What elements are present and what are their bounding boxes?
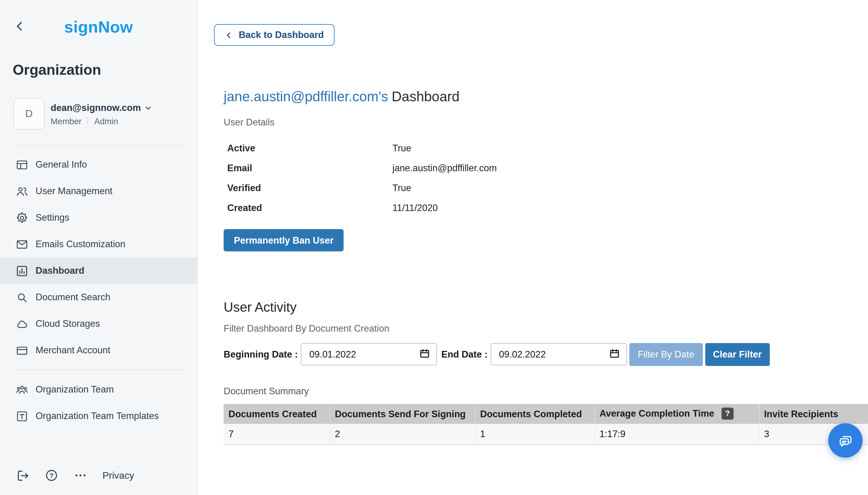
bar-chart-icon <box>16 264 28 277</box>
credit-card-icon <box>16 344 28 357</box>
account-role-member: Member <box>51 116 82 126</box>
detail-label: Active <box>224 142 393 153</box>
sidebar-nav-secondary: Organization Team Organization Team Temp… <box>0 376 197 429</box>
value-documents-send-for-signing: 2 <box>330 424 475 445</box>
summary-value-row: 7 2 1 1:17:9 3 <box>224 424 868 445</box>
user-details-heading: User Details <box>224 116 868 128</box>
chat-icon <box>837 432 854 449</box>
gear-icon <box>16 211 28 224</box>
calendar-icon[interactable] <box>419 348 430 359</box>
beginning-date-field[interactable] <box>301 343 437 365</box>
filter-row: Beginning Date : End Date : Filter By Da… <box>224 343 868 366</box>
help-button[interactable]: ? <box>45 468 59 483</box>
sidebar-item-label: Cloud Storages <box>36 318 100 329</box>
users-icon <box>16 185 28 198</box>
clear-filter-button[interactable]: Clear Filter <box>705 343 770 366</box>
user-email-link[interactable]: jane.austin@pdffiller.com's <box>224 89 388 104</box>
account-roles: Member Admin <box>51 116 152 126</box>
avg-completion-help-badge[interactable]: ? <box>722 408 733 420</box>
sidebar-divider <box>13 370 184 370</box>
sidebar-item-organization-team[interactable]: Organization Team <box>0 376 197 403</box>
sidebar-item-cloud-storages[interactable]: Cloud Storages <box>0 310 197 337</box>
sidebar-item-user-management[interactable]: User Management <box>0 178 197 204</box>
detail-value: 11/11/2020 <box>393 202 438 213</box>
sidebar-item-document-search[interactable]: Document Search <box>0 284 197 310</box>
sidebar-item-label: Merchant Account <box>36 345 110 356</box>
account-switcher[interactable]: D dean@signnow.com Member Admin <box>13 98 197 130</box>
sidebar-item-label: Document Search <box>36 292 110 303</box>
sidebar-item-label: Organization Team <box>36 384 114 395</box>
sidebar-item-emails-customization[interactable]: Emails Customization <box>0 231 197 257</box>
sidebar-header: signNow <box>0 0 197 37</box>
privacy-link[interactable]: Privacy <box>103 470 134 481</box>
avatar: D <box>13 98 45 130</box>
general-info-icon <box>16 158 28 171</box>
value-documents-completed: 1 <box>475 424 594 445</box>
sidebar-item-label: Settings <box>36 212 69 223</box>
summary-header-row: Documents Created Documents Send For Sig… <box>224 404 868 424</box>
sidebar-item-merchant-account[interactable]: Merchant Account <box>0 337 197 363</box>
ellipsis-icon <box>73 468 87 482</box>
value-average-completion-time: 1:17:9 <box>594 424 759 445</box>
detail-label: Email <box>224 163 393 173</box>
detail-value: jane.austin@pdffiller.com <box>393 163 497 173</box>
document-summary-heading: Document Summary <box>224 385 868 397</box>
team-icon <box>16 383 28 396</box>
col-documents-created: Documents Created <box>224 404 330 424</box>
col-invite-recipients: Invite Recipients <box>759 404 868 424</box>
detail-row-active: Active True <box>224 138 868 158</box>
help-icon: ? <box>45 468 58 482</box>
calendar-icon[interactable] <box>609 348 620 359</box>
sidebar-item-label: Organization Team Templates <box>36 411 159 422</box>
page-title-suffix: Dashboard <box>392 89 459 104</box>
detail-label: Verified <box>224 182 393 193</box>
svg-text:?: ? <box>49 472 53 479</box>
more-options-button[interactable] <box>73 468 88 483</box>
end-date-field[interactable] <box>491 343 627 365</box>
ban-user-button[interactable]: Permanently Ban User <box>224 229 344 252</box>
detail-value: True <box>393 182 411 193</box>
sidebar: signNow Organization D dean@signnow.com … <box>0 0 198 495</box>
cloud-icon <box>16 318 28 330</box>
sidebar-item-general-info[interactable]: General Info <box>0 151 197 178</box>
back-to-dashboard-button[interactable]: Back to Dashboard <box>214 24 335 46</box>
envelope-icon <box>16 238 28 251</box>
sidebar-item-label: General Info <box>36 159 87 170</box>
chevron-left-icon <box>225 31 233 39</box>
end-date-input[interactable] <box>491 343 627 365</box>
template-icon <box>16 410 28 422</box>
beginning-date-input[interactable] <box>301 343 437 365</box>
detail-label: Created <box>224 202 393 213</box>
chat-button[interactable] <box>828 423 863 458</box>
user-activity-heading: User Activity <box>224 300 868 315</box>
account-email: dean@signnow.com <box>51 102 141 113</box>
col-documents-completed: Documents Completed <box>475 404 594 424</box>
main-content: Back to Dashboard jane.austin@pdffiller.… <box>198 0 868 495</box>
sidebar-item-dashboard[interactable]: Dashboard <box>0 257 197 284</box>
signnow-logo[interactable]: signNow <box>0 0 197 37</box>
sidebar-back-button[interactable] <box>13 20 27 33</box>
filter-caption: Filter Dashboard By Document Creation <box>224 323 868 334</box>
back-button-label: Back to Dashboard <box>239 30 324 40</box>
detail-row-verified: Verified True <box>224 178 868 198</box>
sidebar-item-settings[interactable]: Settings <box>0 204 197 231</box>
account-info: dean@signnow.com Member Admin <box>51 102 152 126</box>
account-role-admin: Admin <box>94 116 118 126</box>
sidebar-item-organization-team-templates[interactable]: Organization Team Templates <box>0 403 197 429</box>
logout-button[interactable] <box>16 468 30 483</box>
role-separator <box>88 117 88 125</box>
logout-icon <box>16 468 30 483</box>
detail-row-created: Created 11/11/2020 <box>224 198 868 218</box>
sidebar-nav: General Info User Management Settings Em… <box>0 151 197 363</box>
sidebar-item-label: Emails Customization <box>36 239 125 250</box>
document-summary-table: Documents Created Documents Send For Sig… <box>224 404 868 445</box>
sidebar-footer: ? Privacy <box>16 468 134 483</box>
value-documents-created: 7 <box>224 424 330 445</box>
app-root: signNow Organization D dean@signnow.com … <box>0 0 868 495</box>
chevron-down-icon <box>145 104 152 111</box>
detail-row-email: Email jane.austin@pdffiller.com <box>224 158 868 178</box>
filter-by-date-button[interactable]: Filter By Date <box>629 343 703 366</box>
search-icon <box>16 291 28 304</box>
chevron-left-icon <box>13 20 26 33</box>
col-average-completion-time: Average Completion Time? <box>594 404 759 424</box>
